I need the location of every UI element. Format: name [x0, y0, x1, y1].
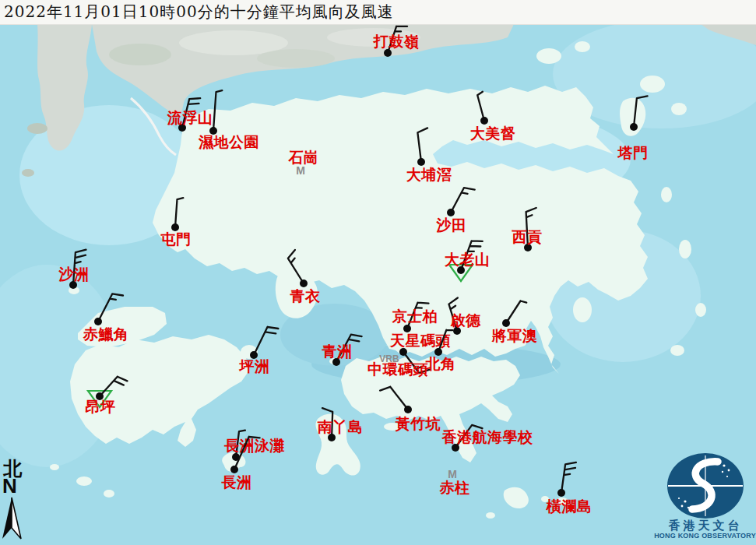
station-label: 北角	[425, 355, 456, 372]
station-label: 屯門	[160, 230, 192, 248]
station-dot	[502, 319, 510, 327]
station-label: 大埔滘	[406, 166, 452, 183]
station-dot	[457, 266, 465, 274]
station-label: 西貢	[512, 228, 543, 245]
station-label: 濕地公園	[198, 133, 259, 150]
station-dot	[300, 280, 308, 287]
station-label: 赤鱲角	[83, 325, 129, 343]
station-label: 昂坪	[86, 398, 116, 415]
station-dot	[94, 318, 102, 325]
station-label: 坪洲	[239, 357, 270, 374]
hko-logo-text-en: HONG KONG OBSERVATORY	[654, 532, 756, 540]
station-dot	[404, 406, 412, 413]
station-dot	[524, 244, 532, 251]
station-dot	[453, 327, 461, 335]
station-label: 京士柏	[392, 308, 438, 325]
station-label: 沙洲	[58, 265, 90, 283]
station-dot	[630, 123, 638, 131]
station-label: 南丫島	[317, 418, 364, 435]
station-label: 大老山	[445, 251, 491, 268]
station-label: 中環碼頭	[367, 360, 428, 378]
station-label: 青洲	[322, 343, 353, 360]
station-label: 沙田	[436, 216, 467, 234]
station-dot	[557, 489, 565, 497]
station-dot	[399, 348, 407, 356]
station-label: 塔門	[617, 144, 649, 161]
station-label: 天星碼頭	[389, 332, 451, 349]
station-label: 流浮山	[167, 109, 213, 126]
station-label: 大美督	[470, 125, 516, 142]
station-label: 啟德	[450, 311, 482, 329]
station-dot	[230, 466, 238, 473]
hko-logo	[667, 453, 744, 519]
station-dot	[447, 209, 455, 216]
station-label: 石崗	[288, 149, 319, 166]
compass-label-en: N	[2, 474, 17, 498]
station-label: 長洲泳灘	[223, 437, 285, 454]
station-dot	[480, 117, 488, 125]
station-dot	[328, 434, 336, 441]
station-dot	[417, 158, 425, 166]
station-label: 長洲	[221, 473, 252, 490]
status-marker: M	[296, 164, 305, 177]
station-label: 將軍澳	[491, 327, 538, 344]
map-canvas: 打鼓嶺流浮山濕地公園M石崗大美督塔門大埔滘沙田西貢大老山屯門沙洲赤鱲角青衣坪洲青…	[0, 0, 756, 545]
station-dot	[452, 444, 459, 452]
station-label: 打鼓嶺	[373, 33, 420, 50]
station-label: 青衣	[290, 287, 322, 304]
station-label: 黃竹坑	[395, 415, 441, 432]
station-dot	[384, 49, 392, 57]
hko-wind-map: 打鼓嶺流浮山濕地公園M石崗大美督塔門大埔滘沙田西貢大老山屯門沙洲赤鱲角青衣坪洲青…	[0, 0, 756, 545]
station-label: 香港航海學校	[441, 428, 534, 445]
map-title: 2022年11月01日10時00分的十分鐘平均風向及風速	[4, 2, 394, 23]
station-dot	[69, 281, 77, 289]
station-label: 橫瀾島	[546, 498, 592, 515]
station-dot	[332, 358, 340, 366]
station-label: 赤柱	[439, 479, 470, 496]
